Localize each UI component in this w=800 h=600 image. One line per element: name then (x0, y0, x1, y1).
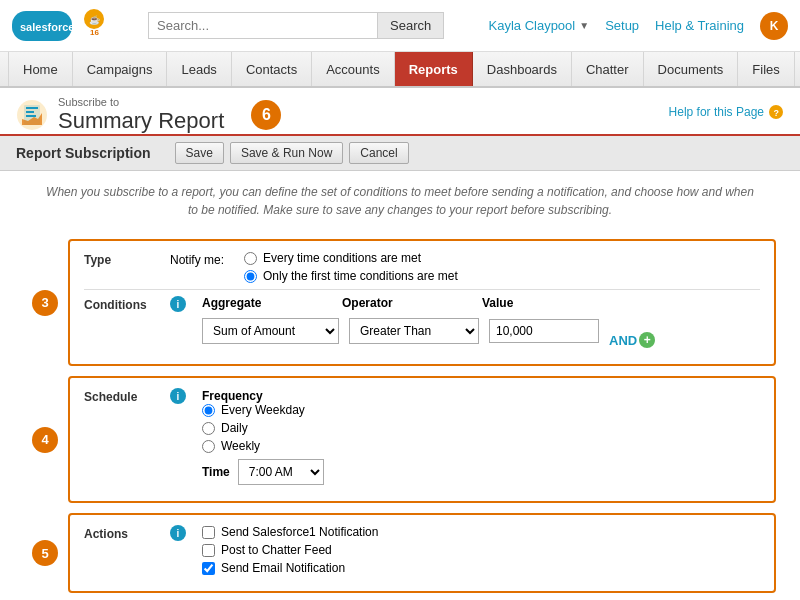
svg-text:☕: ☕ (89, 14, 101, 26)
search-button[interactable]: Search (378, 12, 444, 39)
freq-daily[interactable]: Daily (202, 421, 324, 435)
type-row: Type Notify me: Every time conditions ar… (84, 251, 760, 283)
frequency-label: Frequency (202, 389, 263, 403)
sub-header: Subscribe to Summary Report 6 Help for t… (0, 88, 800, 136)
radio-first-time-input[interactable] (244, 270, 257, 283)
add-condition-icon: + (639, 332, 655, 348)
radio-every-time-input[interactable] (244, 252, 257, 265)
nav-item-reports[interactable]: Reports (395, 52, 473, 86)
search-area: Search (148, 12, 468, 39)
nav-item-documents[interactable]: Documents (644, 52, 739, 86)
conditions-label: Conditions (84, 296, 154, 312)
time-select[interactable]: 7:00 AM 8:00 AM 9:00 AM 12:00 PM (238, 459, 324, 485)
svg-rect-8 (26, 111, 34, 113)
conditions-row: Conditions i Aggregate Operator Value Su… (84, 296, 760, 348)
nav-item-contacts[interactable]: Contacts (232, 52, 312, 86)
svg-text:?: ? (773, 108, 779, 118)
action-sf1-checkbox[interactable] (202, 526, 215, 539)
time-label: Time (202, 465, 230, 479)
help-icon: ? (768, 104, 784, 120)
setup-link[interactable]: Setup (605, 18, 639, 33)
conditions-info-icon[interactable]: i (170, 296, 186, 312)
step-5-badge: 5 (32, 540, 58, 566)
schedule-section: Schedule i Frequency Every Weekday Daily (68, 376, 776, 503)
page-title-area: Subscribe to Summary Report (16, 96, 224, 134)
step-4-badge: 4 (32, 427, 58, 453)
subscribe-to-label: Subscribe to (58, 96, 224, 108)
actions-info-icon[interactable]: i (170, 525, 186, 541)
freq-weekday[interactable]: Every Weekday (202, 403, 324, 417)
freq-weekday-input[interactable] (202, 404, 215, 417)
freq-daily-input[interactable] (202, 422, 215, 435)
svg-text:salesforce: salesforce (20, 21, 74, 33)
step-6-badge: 6 (251, 100, 281, 130)
nav-bar: Home Campaigns Leads Contacts Accounts R… (0, 52, 800, 88)
svg-rect-7 (26, 107, 38, 109)
svg-rect-9 (26, 115, 36, 117)
help-training-link[interactable]: Help & Training (655, 18, 744, 33)
freq-weekly-input[interactable] (202, 440, 215, 453)
action-email-checkbox[interactable] (202, 562, 215, 575)
avatar: K (760, 12, 788, 40)
time-row: Time 7:00 AM 8:00 AM 9:00 AM 12:00 PM (202, 459, 324, 485)
actions-section: Actions i Send Salesforce1 Notification … (68, 513, 776, 593)
action-chatter[interactable]: Post to Chatter Feed (202, 543, 378, 557)
nav-item-campaigns[interactable]: Campaigns (73, 52, 168, 86)
section-header: Report Subscription Save Save & Run Now … (0, 136, 800, 171)
nav-item-plus[interactable]: + (795, 52, 800, 86)
section-title: Report Subscription (16, 145, 151, 161)
nav-item-chatter[interactable]: Chatter (572, 52, 644, 86)
radio-first-time[interactable]: Only the first time conditions are met (244, 269, 458, 283)
value-input[interactable] (489, 319, 599, 343)
save-button[interactable]: Save (175, 142, 224, 164)
aggregate-select[interactable]: Sum of Amount Count Average of Amount (202, 318, 339, 344)
operator-select[interactable]: Greater Than Less Than Equal To Not Equa… (349, 318, 479, 344)
help-link[interactable]: Help for this Page ? (669, 96, 784, 120)
cancel-button[interactable]: Cancel (349, 142, 408, 164)
user-name[interactable]: Kayla Claypool ▼ (489, 18, 590, 33)
step-3-badge: 3 (32, 290, 58, 316)
nav-item-dashboards[interactable]: Dashboards (473, 52, 572, 86)
actions-label: Actions (84, 525, 154, 541)
type-conditions-section: Type Notify me: Every time conditions ar… (68, 239, 776, 366)
user-dropdown-arrow: ▼ (579, 20, 589, 31)
search-input[interactable] (148, 12, 378, 39)
actions-row: Actions i Send Salesforce1 Notification … (84, 525, 760, 575)
content-area: Subscribe to Summary Report 6 Help for t… (0, 88, 800, 600)
value-col-header: Value (482, 296, 592, 310)
page-title-group: Subscribe to Summary Report (58, 96, 224, 134)
nav-item-leads[interactable]: Leads (167, 52, 231, 86)
notify-options: Every time conditions are met Only the f… (244, 251, 458, 283)
svg-text:16: 16 (90, 28, 99, 37)
radio-every-time[interactable]: Every time conditions are met (244, 251, 458, 265)
action-sf1[interactable]: Send Salesforce1 Notification (202, 525, 378, 539)
freq-weekly[interactable]: Weekly (202, 439, 324, 453)
schedule-row: Schedule i Frequency Every Weekday Daily (84, 388, 760, 485)
nav-item-home[interactable]: Home (8, 52, 73, 86)
and-add-button[interactable]: AND + (609, 332, 655, 348)
form-body: 3 Type Notify me: Every time conditions … (0, 231, 800, 600)
action-chatter-checkbox[interactable] (202, 544, 215, 557)
type-label: Type (84, 251, 154, 267)
aggregate-col-header: Aggregate (202, 296, 332, 310)
frequency-group: Every Weekday Daily Weekly (202, 403, 324, 453)
top-header: salesforce ☕ 16 Search Kayla Claypool ▼ … (0, 0, 800, 52)
report-icon (16, 99, 48, 131)
operator-col-header: Operator (342, 296, 472, 310)
schedule-info-icon[interactable]: i (170, 388, 186, 404)
header-right: Kayla Claypool ▼ Setup Help & Training K (489, 12, 789, 40)
action-email[interactable]: Send Email Notification (202, 561, 378, 575)
notify-me-label: Notify me: (170, 251, 224, 267)
nav-item-accounts[interactable]: Accounts (312, 52, 394, 86)
actions-list: Send Salesforce1 Notification Post to Ch… (202, 525, 378, 575)
salesforce-logo: salesforce ☕ 16 (12, 7, 132, 45)
nav-item-files[interactable]: Files (738, 52, 794, 86)
save-run-button[interactable]: Save & Run Now (230, 142, 343, 164)
page-title: Summary Report (58, 108, 224, 133)
info-text: When you subscribe to a report, you can … (0, 171, 800, 231)
schedule-label: Schedule (84, 388, 154, 404)
logo-area: salesforce ☕ 16 (12, 7, 132, 45)
